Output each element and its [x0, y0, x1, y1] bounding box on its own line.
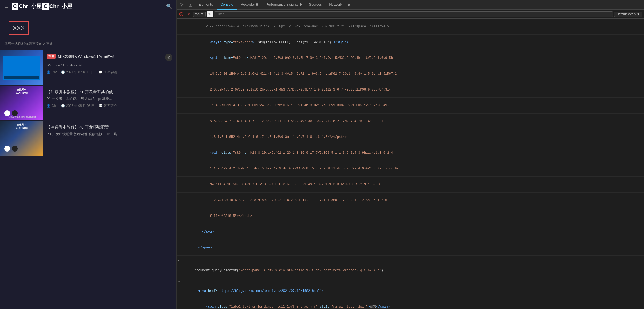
- tab-recorder[interactable]: Recorder: [237, 0, 262, 10]
- tab-performance-label: Performance insights: [266, 2, 298, 6]
- post-subtitle: P1 开发者工具的使用 与 JavaScript 基础...: [47, 96, 172, 101]
- post-info: 【油猴脚本教程】P1 开发者工具的使... P1 开发者工具的使用 与 Java…: [43, 86, 176, 120]
- line-content: <path class="st0" d="M13.8 20.1H2.4C1.1 …: [194, 151, 393, 155]
- left-panel: ☰ C Chr_小屋 C Chr_小屋 🔍 XXX 愿有一天能和你最重要的人重逢: [0, 0, 177, 309]
- line-content: <style type="text/css"> .st0{fill:#FFFFF…: [194, 40, 348, 44]
- post-thumbnail: 油猴脚本从入门到精 P1 开发者工具简介 JavaScript: [0, 86, 43, 120]
- console-line: </span>: [177, 240, 644, 256]
- console-line: <style type="text/css"> .st0{fill:#FFFFF…: [177, 35, 644, 50]
- author-icon: 👤: [47, 70, 51, 74]
- devtools-panel: Elements Console Recorder Performance in…: [177, 0, 644, 309]
- console-toolbar: 🚫 ⊘ top ▼ 👁 Default levels ▼: [177, 10, 644, 19]
- console-line: zM45.5 20.1H44v-2.6h1.6v1.4l1.4l-4.1 3.4…: [177, 66, 644, 82]
- inspect-icon[interactable]: [186, 1, 195, 9]
- date-text: 2022 年 08 月 08 日: [66, 104, 94, 108]
- console-line: 1 2.4v1.3C10.6 8.2 9.8 8 9 8c-1.2 0-2.1.…: [177, 193, 644, 208]
- console-result-line: ◀ ▼ <a href="https://blog.chrxw.com/arch…: [177, 278, 644, 299]
- console-line: <!-- http://www.w3.org/1999/xlink x= 0px…: [177, 19, 644, 35]
- circle-white: [4, 110, 10, 116]
- hamburger-icon[interactable]: ☰: [4, 3, 9, 9]
- live-expressions-button[interactable]: 👁: [207, 11, 213, 17]
- tab-performance[interactable]: Performance insights: [262, 0, 305, 10]
- console-input-line: ▶ document.querySelector("#post-panel > …: [177, 258, 644, 278]
- post-date: 🕐 2022 年 08 月 08 日: [61, 104, 94, 108]
- chevron-down-icon-2: ▼: [637, 12, 640, 16]
- console-line: fill="#231815"></path>: [177, 208, 644, 224]
- devtools-tabs: Elements Console Recorder Performance in…: [177, 0, 644, 10]
- post-info: 置顶 MIX2S刷入Windows11Arm教程 ⚙ Windows11 on …: [43, 50, 176, 85]
- more-tabs-icon[interactable]: »: [346, 2, 352, 7]
- performance-dot: [300, 3, 302, 6]
- post-card-inner: 油猴脚本从入门到精 P1 开发者工具简介 JavaScript 【油猴脚本教程】…: [0, 86, 176, 120]
- gear-button[interactable]: ⚙: [165, 54, 172, 61]
- expand-arrow: ▶: [178, 259, 180, 263]
- author-name: Chr: [52, 70, 57, 74]
- post-title[interactable]: 【油猴脚本教程】P0 开发环境配置: [47, 124, 109, 130]
- console-line: 2 6.8zM4.5 2.9V3.9h2.1v16.2h-5.8v-1.4h3.…: [177, 82, 644, 98]
- chevron-down-icon: ▼: [201, 12, 204, 16]
- logo-c1: C: [12, 3, 18, 10]
- clock-icon: 🕐: [61, 70, 65, 74]
- console-spacer: [177, 256, 644, 258]
- win-taskbar: [4, 76, 39, 79]
- pin-badge: 置顶: [47, 54, 56, 59]
- post-comments: 💬 暂无评论: [99, 104, 117, 108]
- console-line: <path class="st0" d="M28.7 20.1h-9.6V3.9…: [177, 50, 644, 66]
- circle-black-2: [12, 146, 18, 152]
- post-title-row: 【油猴脚本教程】P0 开发环境配置: [47, 124, 172, 130]
- cursor-icon[interactable]: [178, 1, 186, 9]
- console-output[interactable]: <!-- http://www.w3.org/1999/xlink x= 0px…: [177, 19, 644, 309]
- tab-network[interactable]: Network: [325, 0, 346, 10]
- windows-thumb: [0, 50, 43, 85]
- console-line: 1.6-1.6 1.6H2.4c-.9 0-1.6-.7-1.6-1.6V6.3…: [177, 129, 644, 145]
- tab-recorder-label: Recorder: [241, 2, 255, 6]
- circle-black: [12, 110, 18, 116]
- console-line: <path class="st0" d="M13.8 20.1H2.4C1.1 …: [177, 145, 644, 161]
- monkey-circles: [4, 110, 18, 116]
- tab-console[interactable]: Console: [217, 0, 237, 10]
- default-levels-label: Default levels: [616, 12, 636, 16]
- post-meta: 👤 Chr 🕐 2021 年 07 月 18 日 💬 30条评论: [47, 70, 172, 75]
- line-content: document.querySelector("#post-panel > di…: [194, 269, 383, 272]
- tab-sources[interactable]: Sources: [305, 0, 326, 10]
- line-content: 1 2.4v1.3C10.6 8.2 9.8 8 9 8c-1.2 0-2.1.…: [194, 198, 387, 202]
- context-selector[interactable]: top ▼: [193, 12, 206, 17]
- svg-point-1: [190, 4, 191, 5]
- post-subtitle: Windows11 on Android: [47, 63, 172, 68]
- post-title-row: 【油猴脚本教程】P1 开发者工具的使...: [47, 89, 172, 95]
- post-title[interactable]: 【油猴脚本教程】P1 开发者工具的使...: [47, 89, 116, 95]
- post-date: 🕐 2021 年 07 月 18 日: [61, 70, 94, 75]
- subtitle: 愿有一天能和你最重要的人重逢: [0, 40, 176, 50]
- post-card-inner: 置顶 MIX2S刷入Windows11Arm教程 ⚙ Windows11 on …: [0, 50, 176, 85]
- logo-text1: Chr_小屋: [19, 3, 42, 10]
- monkey-thumb: 油猴脚本从入门到精 P1 开发者工具简介 JavaScript: [0, 86, 43, 120]
- line-content: .1 4.2zm-11.4-3l-.2 1.6H97V4.8h-9.5zm10.…: [194, 104, 389, 107]
- post-title[interactable]: MIX2S刷入Windows11Arm教程: [58, 54, 114, 59]
- search-icon[interactable]: 🔍: [166, 3, 172, 9]
- post-thumbnail: 油猴脚本从入门到精: [0, 121, 43, 156]
- post-subtitle: P0 开发环境配置 教程索引 视频链接 下载工具 ...: [47, 131, 172, 137]
- line-content: 6.5-3.3h4.7l-.4-1.4h1.7l.7 2.8h-8.9l1.1-…: [194, 119, 385, 123]
- monkey-label: 油猴脚本从入门到精: [2, 88, 41, 95]
- console-line: <span class="label text-sm bg-danger pul…: [177, 299, 644, 309]
- author-name: Chr: [52, 104, 57, 108]
- post-card-inner: 油猴脚本从入门到精 【油猴脚本教程】P0 开发环境配置 P0 开发环境配置 教程…: [0, 121, 176, 156]
- line-content: zM45.5 20.1H44v-2.6h1.6v1.4l1.4l-4.1 3.4…: [194, 72, 397, 76]
- tab-elements[interactable]: Elements: [195, 0, 217, 10]
- expand-arrow: ◀: [177, 280, 181, 282]
- stop-button[interactable]: ⊘: [186, 11, 192, 17]
- post-author: 👤 Chr: [47, 70, 57, 74]
- line-content: <span class="label text-sm bg-danger pul…: [194, 305, 390, 309]
- default-levels-button[interactable]: Default levels ▼: [614, 12, 642, 17]
- tab-console-label: Console: [220, 2, 233, 6]
- console-line: .1 4.2zm-11.4-3l-.2 1.6H97V4.8h-9.5zm10.…: [177, 98, 644, 114]
- line-content: 1.6-1.6 1.6H2.4c-.9 0-1.6-.7-1.6-1.6V6.3…: [194, 135, 347, 139]
- console-filter-input[interactable]: [214, 11, 613, 17]
- line-content: <!-- http://www.w3.org/1999/xlink x= 0px…: [194, 25, 389, 28]
- post-info: 【油猴脚本教程】P0 开发环境配置 P0 开发环境配置 教程索引 视频链接 下载…: [43, 121, 176, 156]
- clear-console-button[interactable]: 🚫: [178, 11, 185, 17]
- windows-screen: [3, 56, 40, 80]
- post-meta: 👤 Chr 🕐 2022 年 08 月 08 日 💬 暂无评论: [47, 104, 172, 108]
- author-icon: 👤: [47, 104, 51, 108]
- monkey2-label: 油猴脚本从入门到精: [2, 123, 41, 130]
